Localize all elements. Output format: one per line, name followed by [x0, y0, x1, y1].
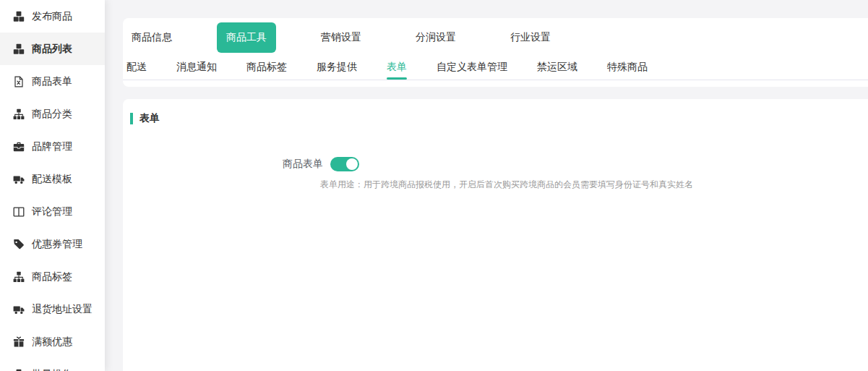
tab-industry-settings[interactable]: 行业设置 — [510, 31, 551, 44]
subtab-restricted-area[interactable]: 禁运区域 — [537, 59, 577, 80]
sidebar-item-label: 批量操作 — [32, 368, 72, 371]
columns-icon — [13, 206, 25, 218]
secondary-tab-bar: 配送消息通知商品标签服务提供表单自定义表单管理禁运区域特殊商品 — [123, 56, 868, 80]
cubes-icon — [13, 11, 25, 22]
tab-profit-settings[interactable]: 分润设置 — [416, 31, 456, 44]
tab-marketing-settings[interactable]: 营销设置 — [321, 31, 361, 44]
sidebar-item-review-management[interactable]: 评论管理 — [0, 195, 105, 228]
sidebar-item-publish-product[interactable]: 发布商品 — [0, 0, 105, 33]
sidebar-item-label: 商品标签 — [32, 270, 72, 283]
toggle-knob — [346, 158, 358, 170]
sidebar-item-label: 商品列表 — [32, 43, 72, 56]
sidebar-item-batch-operation[interactable]: 批量操作 — [0, 358, 105, 371]
subtab-service-provide[interactable]: 服务提供 — [317, 59, 357, 80]
sidebar-item-product-category[interactable]: 商品分类 — [0, 98, 105, 130]
tab-product-info[interactable]: 商品信息 — [132, 31, 172, 44]
product-form-label: 商品表单 — [123, 158, 323, 171]
sitemap-icon — [13, 271, 25, 283]
sidebar-item-brand-management[interactable]: 品牌管理 — [0, 130, 105, 163]
product-form-toggle[interactable] — [330, 157, 359, 171]
truck-icon — [13, 304, 25, 315]
section-title: 表单 — [139, 112, 160, 125]
section-header: 表单 — [130, 112, 160, 125]
sidebar-item-label: 配送模板 — [32, 173, 72, 186]
file-excel-icon — [13, 76, 25, 88]
sidebar-item-label: 商品表单 — [32, 75, 72, 88]
primary-tab-bar: 商品信息商品工具营销设置分润设置行业设置 — [123, 24, 868, 51]
sidebar-item-coupon-management[interactable]: 优惠券管理 — [0, 228, 105, 260]
sidebar-item-product-list[interactable]: 商品列表 — [0, 33, 105, 65]
tab-product-tools[interactable]: 商品工具 — [217, 22, 276, 53]
cubes-icon — [13, 43, 25, 55]
cubes-icon — [13, 369, 25, 371]
sidebar-item-label: 退货地址设置 — [32, 303, 93, 316]
form-help-text: 表单用途：用于跨境商品报税使用，开启后首次购买跨境商品的会员需要填写身份证号和真… — [320, 179, 693, 191]
sidebar-item-label: 满额优惠 — [32, 336, 72, 349]
sidebar-item-shipping-template[interactable]: 配送模板 — [0, 163, 105, 195]
sidebar-item-label: 优惠券管理 — [32, 238, 82, 251]
briefcase-icon — [13, 141, 25, 153]
product-form-row: 商品表单 — [123, 157, 359, 171]
tabs-card: 商品信息商品工具营销设置分润设置行业设置 配送消息通知商品标签服务提供表单自定义… — [123, 18, 868, 87]
sidebar-item-label: 发布商品 — [32, 10, 72, 23]
sidebar-item-product-tags[interactable]: 商品标签 — [0, 260, 105, 293]
subtab-product-tags[interactable]: 商品标签 — [246, 59, 287, 80]
gift-icon — [13, 336, 25, 348]
subtab-special-products[interactable]: 特殊商品 — [607, 59, 648, 80]
sidebar-item-label: 评论管理 — [32, 205, 72, 218]
sitemap-icon — [13, 108, 25, 120]
content-card: 表单 商品表单 表单用途：用于跨境商品报税使用，开启后首次购买跨境商品的会员需要… — [123, 99, 868, 371]
subtab-custom-form-management[interactable]: 自定义表单管理 — [437, 59, 507, 80]
sidebar-item-full-amount-discount[interactable]: 满额优惠 — [0, 325, 105, 358]
tag-icon — [13, 239, 25, 250]
sidebar-item-label: 品牌管理 — [32, 140, 72, 153]
sidebar-item-product-form[interactable]: 商品表单 — [0, 65, 105, 98]
subtab-form[interactable]: 表单 — [387, 59, 407, 80]
subtab-message-notification[interactable]: 消息通知 — [176, 59, 217, 80]
section-accent-bar — [130, 113, 133, 124]
sidebar-item-return-address-settings[interactable]: 退货地址设置 — [0, 293, 105, 325]
truck-icon — [13, 174, 25, 185]
sidebar: 发布商品商品列表商品表单商品分类品牌管理配送模板评论管理优惠券管理商品标签退货地… — [0, 0, 105, 371]
sidebar-item-label: 商品分类 — [32, 108, 72, 121]
subtab-delivery[interactable]: 配送 — [126, 59, 147, 80]
